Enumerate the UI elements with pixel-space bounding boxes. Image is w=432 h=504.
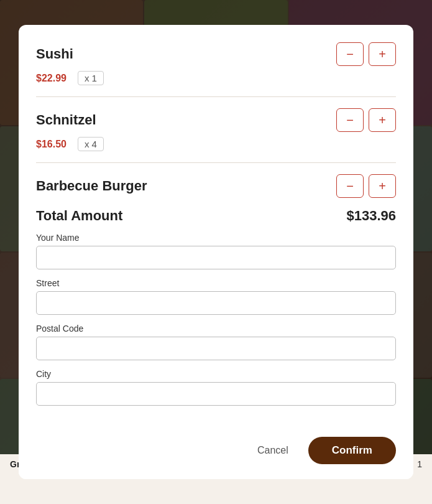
order-item-sushi: Sushi − + $22.99 x 1: [36, 42, 396, 97]
decrease-burger-button[interactable]: −: [336, 174, 364, 198]
decrease-sushi-button[interactable]: −: [336, 42, 364, 66]
item-price-schnitzel: $16.50: [36, 139, 67, 150]
cancel-button[interactable]: Cancel: [246, 439, 300, 462]
decrease-schnitzel-button[interactable]: −: [336, 108, 364, 132]
order-item-barbecue-burger: Barbecue Burger − +: [36, 174, 396, 199]
item-controls-sushi: − +: [336, 42, 396, 66]
order-item-schnitzel: Schnitzel − + $16.50 x 4: [36, 108, 396, 163]
item-qty-schnitzel: x 4: [78, 137, 104, 151]
item-name-barbecue-burger: Barbecue Burger: [36, 178, 147, 194]
street-input[interactable]: [36, 291, 396, 315]
item-name-schnitzel: Schnitzel: [36, 112, 96, 128]
city-group: City: [36, 369, 396, 406]
your-name-label: Your Name: [36, 233, 396, 243]
postal-code-input[interactable]: [36, 337, 396, 360]
total-label: Total Amount: [36, 208, 122, 224]
modal-footer: Cancel Confirm: [19, 427, 413, 479]
increase-burger-button[interactable]: +: [369, 174, 396, 198]
order-form: Your Name Street Postal Code City: [19, 233, 413, 427]
item-qty-sushi: x 1: [78, 71, 104, 85]
total-amount: $133.96: [346, 208, 396, 224]
city-input[interactable]: [36, 382, 396, 406]
item-controls-barbecue-burger: − +: [336, 174, 396, 198]
postal-code-label: Postal Code: [36, 324, 396, 334]
street-group: Street: [36, 278, 396, 315]
your-name-input[interactable]: [36, 246, 396, 269]
confirm-button[interactable]: Confirm: [308, 437, 396, 464]
street-label: Street: [36, 278, 396, 288]
modal-scroll-area[interactable]: Sushi − + $22.99 x 1 Schnitzel − +: [19, 25, 413, 199]
order-modal: Sushi − + $22.99 x 1 Schnitzel − +: [19, 25, 413, 479]
your-name-group: Your Name: [36, 233, 396, 269]
item-name-sushi: Sushi: [36, 46, 73, 62]
item-controls-schnitzel: − +: [336, 108, 396, 132]
increase-sushi-button[interactable]: +: [369, 42, 396, 66]
bottom-item-qty: 1: [417, 459, 422, 469]
total-row: Total Amount $133.96: [19, 199, 413, 233]
item-price-sushi: $22.99: [36, 73, 67, 84]
city-label: City: [36, 369, 396, 379]
postal-code-group: Postal Code: [36, 324, 396, 360]
increase-schnitzel-button[interactable]: +: [369, 108, 396, 132]
